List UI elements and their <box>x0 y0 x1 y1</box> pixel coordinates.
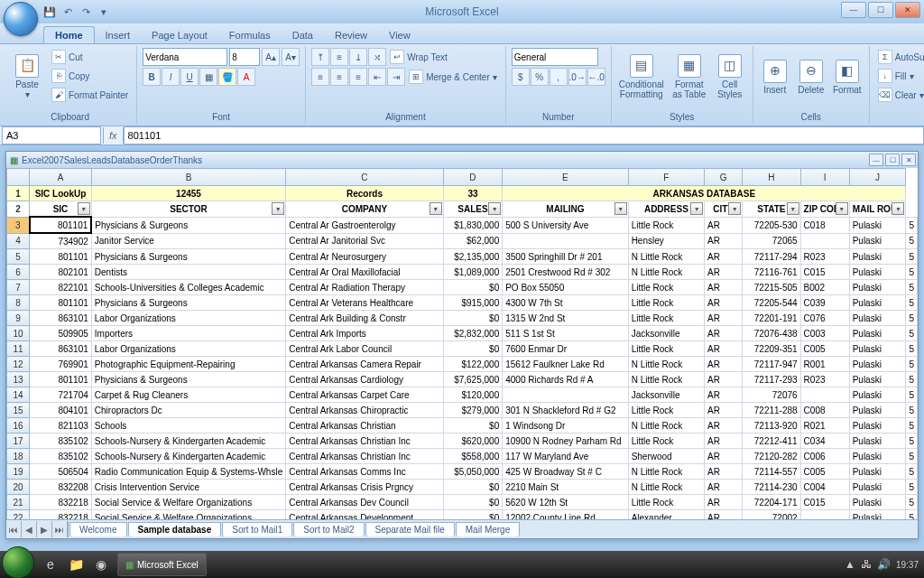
align-top[interactable]: ⤒ <box>311 48 329 66</box>
cell[interactable]: Little Rock <box>628 311 704 326</box>
fill-color-button[interactable]: 🪣 <box>218 68 236 86</box>
cell[interactable]: Importers <box>91 326 285 341</box>
cell[interactable]: 5 <box>906 495 918 510</box>
cell[interactable]: N Little Rock <box>628 357 704 372</box>
align-middle[interactable]: ≡ <box>330 48 348 66</box>
spreadsheet-grid[interactable]: ABCDEFGHIJ1SIC LookUp12455Records33ARKAN… <box>6 168 918 519</box>
cell[interactable]: R001 <box>800 357 849 372</box>
col-header[interactable]: J <box>849 169 906 186</box>
cell[interactable]: 5 <box>906 326 918 341</box>
cell[interactable]: 72204-171 <box>743 495 800 510</box>
filter-dropdown-icon[interactable]: ▼ <box>614 202 627 215</box>
bold-button[interactable]: B <box>143 68 161 86</box>
cell[interactable]: AR <box>705 449 743 464</box>
cell[interactable]: Little Rock <box>628 217 704 233</box>
cell[interactable]: 500 S University Ave <box>503 217 628 233</box>
cell[interactable]: Sherwood <box>628 449 704 464</box>
cell[interactable]: N Little Rock <box>628 464 704 480</box>
cell[interactable]: B002 <box>800 280 849 295</box>
cell[interactable]: Central Ar Gastroenterolgy <box>286 217 444 233</box>
cell[interactable]: Central Arkansas Christian Inc <box>286 449 444 464</box>
cell[interactable]: Little Rock <box>628 495 704 510</box>
cell[interactable]: 72215-505 <box>743 280 800 295</box>
cell[interactable]: N Little Rock <box>628 480 704 495</box>
italic-button[interactable]: I <box>162 68 180 86</box>
cell[interactable]: 5 <box>906 341 918 357</box>
cell[interactable]: 72117-947 <box>743 357 800 372</box>
tab-data[interactable]: Data <box>282 27 324 43</box>
cell[interactable]: $0 <box>443 510 502 520</box>
cell[interactable]: 117 W Maryland Ave <box>503 449 628 464</box>
cell[interactable]: 5 <box>906 510 918 520</box>
row-header[interactable]: 2 <box>7 201 30 218</box>
cell[interactable]: AR <box>705 233 743 249</box>
cell[interactable]: C039 <box>800 295 849 311</box>
filter-dropdown-icon[interactable]: ▼ <box>690 202 703 215</box>
row-header[interactable]: 7 <box>7 280 30 295</box>
cell[interactable]: 801101 <box>30 295 92 311</box>
cell[interactable]: Central Ar Neurosurgery <box>286 249 444 265</box>
qat-save[interactable]: 💾 <box>42 4 58 20</box>
col-header[interactable]: C <box>286 169 444 186</box>
cell[interactable]: Pulaski <box>849 249 906 265</box>
cell[interactable]: Central Ar Radiation Therapy <box>286 280 444 295</box>
cell[interactable]: $0 <box>443 495 502 510</box>
close-button[interactable]: ✕ <box>895 2 920 18</box>
align-right[interactable]: ≡ <box>349 68 367 86</box>
cell[interactable]: Janitor Service <box>91 233 285 249</box>
cell[interactable]: Jacksonville <box>628 326 704 341</box>
align-bottom[interactable]: ⤓ <box>349 48 367 66</box>
row-header[interactable]: 3 <box>7 217 30 233</box>
cell[interactable]: C015 <box>800 495 849 510</box>
taskbar-media-icon[interactable]: ◉ <box>88 554 114 575</box>
qat-dropdown[interactable]: ▾ <box>96 4 112 20</box>
cell[interactable]: Pulaski <box>849 280 906 295</box>
sheet-tab[interactable]: Separate Mail file <box>365 522 455 536</box>
cell[interactable]: Central Arkansas Development <box>286 510 444 520</box>
cell[interactable]: 425 W Broadway St # C <box>503 464 628 480</box>
cell[interactable]: 769901 <box>30 357 92 372</box>
row-header[interactable]: 5 <box>7 249 30 265</box>
cell[interactable] <box>503 387 628 403</box>
cell[interactable]: $0 <box>443 418 502 434</box>
cell[interactable]: Central Ar Oral Maxillofacial <box>286 265 444 280</box>
indent-inc[interactable]: ⇥ <box>387 68 405 86</box>
row-header[interactable]: 8 <box>7 295 30 311</box>
qat-redo[interactable]: ↷ <box>78 4 94 20</box>
cell[interactable]: Central Arkansas Crisis Prgncy <box>286 480 444 495</box>
cell[interactable]: $7,625,000 <box>443 372 502 387</box>
cell[interactable]: Pulaski <box>849 387 906 403</box>
insert-button[interactable]: ⊕Insert <box>759 48 791 106</box>
cell[interactable]: 509905 <box>30 326 92 341</box>
cell[interactable]: Jacksonville <box>628 387 704 403</box>
cell[interactable]: 72113-920 <box>743 418 800 434</box>
cell[interactable]: Little Rock <box>628 295 704 311</box>
format-painter-button[interactable]: 🖌Format Painter <box>49 86 131 104</box>
filter-header[interactable]: MAILING▼ <box>503 201 628 218</box>
cell[interactable]: Pulaski <box>849 480 906 495</box>
cell[interactable]: AR <box>705 510 743 520</box>
row-header[interactable]: 9 <box>7 311 30 326</box>
cell[interactable]: Physicians & Surgeons <box>91 217 285 233</box>
cell-styles-button[interactable]: ◫Cell Styles <box>713 48 747 106</box>
cell[interactable]: N Little Rock <box>628 372 704 387</box>
filter-header[interactable]: COMPANY▼ <box>286 201 444 218</box>
cell[interactable]: Central Ark Building & Constr <box>286 311 444 326</box>
row-header[interactable]: 14 <box>7 387 30 403</box>
cell[interactable]: AR <box>705 265 743 280</box>
tab-insert[interactable]: Insert <box>95 27 142 43</box>
cell[interactable]: 72076 <box>743 387 800 403</box>
cell[interactable]: Chiropractors Dc <box>91 403 285 418</box>
cell[interactable]: 7600 Enmar Dr <box>503 341 628 357</box>
cell[interactable]: $0 <box>443 280 502 295</box>
cell[interactable]: C015 <box>800 265 849 280</box>
row-header[interactable]: 11 <box>7 341 30 357</box>
cell[interactable]: 5 <box>906 217 918 233</box>
cell[interactable]: 5 <box>906 464 918 480</box>
cell[interactable]: AR <box>705 372 743 387</box>
cell[interactable]: R023 <box>800 249 849 265</box>
cell[interactable]: Pulaski <box>849 265 906 280</box>
cell[interactable]: C008 <box>800 403 849 418</box>
maximize-button[interactable]: ☐ <box>868 2 893 18</box>
cell[interactable]: 72211-288 <box>743 403 800 418</box>
